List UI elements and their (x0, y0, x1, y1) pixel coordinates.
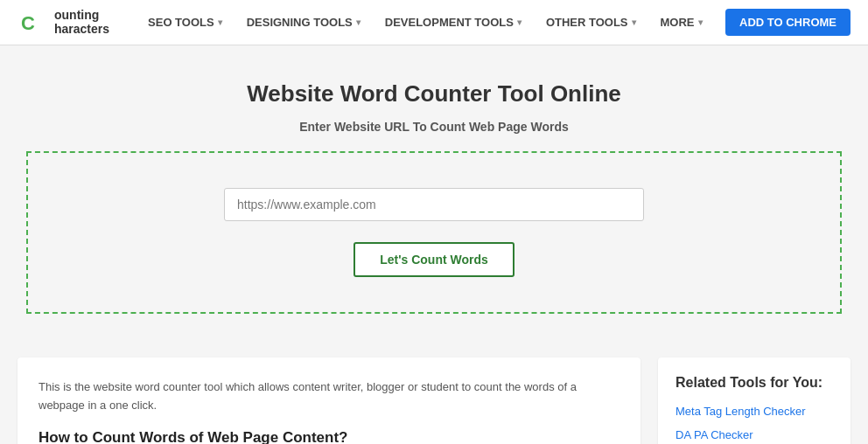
svg-text:C: C (21, 12, 35, 34)
hero-subtitle: Enter Website URL To Count Web Page Word… (18, 120, 850, 134)
nav-item-development[interactable]: DEVELOPMENT TOOLS ▾ (373, 0, 534, 45)
how-to-title: How to Count Words of Web Page Content? (38, 429, 620, 444)
count-words-button[interactable]: Let's Count Words (354, 242, 514, 277)
chevron-down-icon: ▾ (517, 17, 522, 27)
chevron-down-icon: ▾ (632, 17, 636, 27)
navbar: C ounting haracters SEO TOOLS ▾ DESIGNIN… (0, 0, 868, 45)
add-to-chrome-button[interactable]: ADD TO CHROME (725, 9, 850, 36)
nav-item-more[interactable]: MORE ▾ (648, 0, 715, 45)
sidebar-link-meta-tag[interactable]: Meta Tag Length Checker (676, 405, 833, 418)
nav-item-designing[interactable]: DESIGNING TOOLS ▾ (234, 0, 373, 45)
nav-item-seo[interactable]: SEO TOOLS ▾ (136, 0, 234, 45)
url-input[interactable] (224, 188, 644, 221)
sidebar-card: Related Tools for You: Meta Tag Length C… (658, 357, 850, 444)
logo-text: ounting haracters (54, 9, 109, 36)
description-card: This is the website word counter tool wh… (18, 357, 640, 444)
logo-icon: C (18, 7, 49, 38)
chevron-down-icon: ▾ (218, 17, 222, 27)
nav-item-other[interactable]: OTHER TOOLS ▾ (534, 0, 648, 45)
nav-menu: SEO TOOLS ▾ DESIGNING TOOLS ▾ DEVELOPMEN… (136, 0, 725, 45)
logo[interactable]: C ounting haracters (18, 7, 109, 38)
chevron-down-icon: ▾ (698, 17, 703, 27)
main-content: This is the website word counter tool wh… (0, 357, 868, 444)
hero-section: Website Word Counter Tool Online Enter W… (0, 45, 868, 357)
sidebar-link-da-pa[interactable]: DA PA Checker (676, 428, 833, 441)
tool-description: This is the website word counter tool wh… (38, 378, 620, 415)
chevron-down-icon: ▾ (356, 17, 360, 27)
page-title: Website Word Counter Tool Online (18, 80, 850, 108)
sidebar-title: Related Tools for You: (676, 375, 833, 391)
tool-container: Let's Count Words (26, 151, 842, 314)
